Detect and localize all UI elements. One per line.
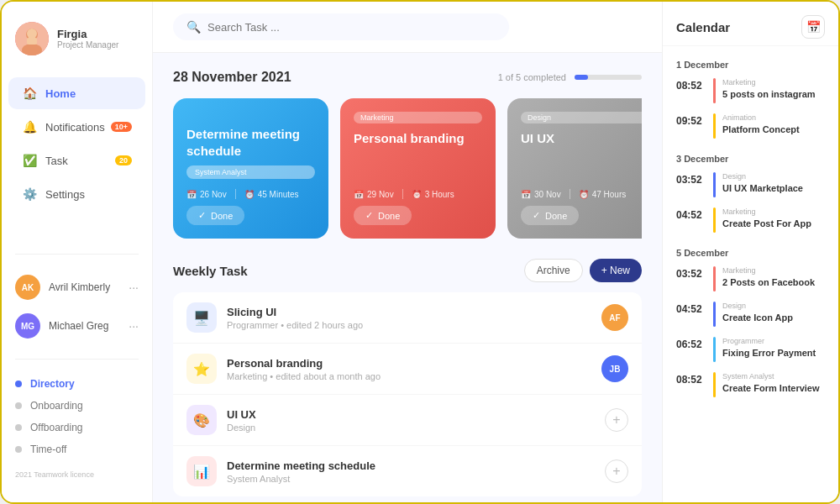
clock-icon: ⏰	[412, 190, 422, 199]
card-tag: Marketing	[354, 112, 482, 123]
event-details: Design UI UX Marketplace	[722, 172, 825, 194]
calendar-day-group: 3 December 03:52 Design UI UX Marketplac…	[663, 147, 838, 238]
task-title: Slicing UI	[227, 306, 601, 318]
avatar	[15, 22, 49, 55]
event-details: System Analyst Create Form Interview	[722, 372, 825, 394]
nav-dot	[15, 381, 22, 387]
event-details: Design Create Icon App	[722, 302, 825, 323]
main-content: 🔍 28 November 2021 1 of 5 completed	[153, 2, 662, 502]
list-item[interactable]: MG Michael Greg ···	[2, 307, 152, 345]
list-item[interactable]: 03:52 Marketing 2 Posts on Facebook	[663, 261, 838, 297]
calendar-day-label: 3 December	[663, 147, 838, 167]
sidebar-item-label: Settings	[45, 188, 85, 201]
event-bar	[713, 78, 716, 103]
check-icon: ✓	[198, 210, 206, 221]
search-icon: 🔍	[186, 20, 201, 34]
dashboard-area: 28 November 2021 1 of 5 completed Determ…	[153, 53, 662, 502]
task-card-gray[interactable]: Design UI UX 📅 30 Nov ⏰ 47 Hours	[507, 98, 642, 239]
list-item[interactable]: 09:52 Animation Platform Concept	[663, 108, 838, 144]
event-bar	[713, 372, 716, 397]
list-item[interactable]: 04:52 Marketing Create Post For App	[663, 202, 838, 238]
task-info: Determine meeting schedule System Analys…	[227, 459, 605, 484]
event-category: Marketing	[722, 207, 825, 216]
check-icon: ✓	[365, 210, 373, 221]
search-input[interactable]	[207, 21, 496, 34]
event-name: Create Post For App	[722, 218, 825, 229]
event-time: 04:52	[676, 303, 706, 315]
task-icon: ✅	[22, 153, 37, 168]
sidebar-item-task[interactable]: ✅ Task 20	[8, 144, 145, 176]
add-assignee-button[interactable]: +	[605, 459, 628, 483]
svg-rect-4	[27, 38, 37, 45]
footer-nav-item-timeoff[interactable]: Time-off	[15, 438, 139, 460]
more-icon[interactable]: ···	[129, 281, 139, 294]
event-bar	[713, 207, 716, 233]
weekly-section: Weekly Task Archive + New 🖥️ Slicing UI …	[173, 259, 642, 496]
progress-info: 1 of 5 completed	[498, 72, 642, 82]
assignee-avatar: JB	[601, 355, 628, 382]
search-bar: 🔍	[173, 13, 509, 40]
table-row[interactable]: 📊 Determine meeting schedule System Anal…	[173, 446, 642, 496]
footer-nav-item-offboarding[interactable]: Offboarding	[15, 417, 139, 438]
card-duration: 3 Hours	[425, 190, 454, 199]
footer-nav-item-directory[interactable]: Directory	[15, 373, 139, 395]
calendar-icon: 📅	[806, 20, 821, 34]
list-item[interactable]: 06:52 Programmer Fixing Error Payment	[663, 332, 838, 367]
profile-role: Project Manager	[57, 40, 118, 50]
done-button[interactable]: ✓ Done	[521, 206, 579, 225]
footer-nav: Directory Onboarding Offboarding Time-of…	[2, 373, 152, 460]
footer-nav-item-onboarding[interactable]: Onboarding	[15, 395, 139, 417]
list-item[interactable]: 03:52 Design UI UX Marketplace	[663, 167, 838, 202]
progress-text: 1 of 5 completed	[498, 72, 566, 82]
done-button[interactable]: ✓ Done	[186, 206, 244, 225]
sidebar-item-home[interactable]: 🏠 Home	[8, 77, 145, 109]
task-subtitle: Marketing • edited about a month ago	[227, 371, 601, 381]
task-card-blue[interactable]: Determine meeting schedule System Analys…	[173, 98, 328, 239]
main-header: 🔍	[153, 2, 662, 53]
add-assignee-button[interactable]: +	[605, 408, 628, 432]
event-time: 09:52	[676, 115, 706, 127]
app-container: Firgia Project Manager 🏠 Home 🔔 Notifica…	[0, 0, 840, 504]
task-title: Determine meeting schedule	[227, 459, 605, 472]
task-icon: 🖥️	[186, 302, 217, 333]
sidebar-item-settings[interactable]: ⚙️ Settings	[8, 178, 145, 210]
event-details: Marketing Create Post For App	[722, 207, 825, 229]
event-name: UI UX Marketplace	[722, 182, 825, 194]
list-item[interactable]: 04:52 Design Create Icon App	[663, 297, 838, 332]
done-button[interactable]: ✓ Done	[354, 206, 412, 225]
table-row[interactable]: ⭐ Personal branding Marketing • edited a…	[173, 344, 642, 395]
sidebar-profile: Firgia Project Manager	[2, 15, 152, 69]
sidebar-item-notifications[interactable]: 🔔 Notifications 10+	[8, 111, 145, 143]
list-item[interactable]: 08:52 Marketing 5 posts on instagram	[663, 73, 838, 108]
event-name: 5 posts on instagram	[722, 88, 825, 100]
date-title: 28 November 2021	[173, 70, 291, 85]
card-date: 29 Nov	[367, 190, 394, 199]
notifications-badge: 10+	[111, 122, 132, 132]
event-name: Fixing Error Payment	[722, 347, 825, 359]
list-item[interactable]: 08:52 System Analyst Create Form Intervi…	[663, 367, 838, 402]
event-name: 2 Posts on Facebook	[722, 276, 825, 288]
user-name: Avril Kimberly	[49, 281, 129, 293]
card-duration: 45 Minutes	[258, 190, 299, 199]
calendar-day-label: 1 December	[663, 53, 838, 73]
more-icon[interactable]: ···	[129, 319, 139, 333]
event-details: Animation Platform Concept	[722, 113, 825, 135]
task-card-red[interactable]: Marketing Personal branding 📅 29 Nov ⏰ 3…	[340, 98, 496, 239]
task-info: Slicing UI Programmer • edited 2 hours a…	[227, 306, 601, 330]
archive-button[interactable]: Archive	[524, 259, 583, 282]
card-badge: System Analyst	[186, 165, 315, 179]
footer-text: 2021 Teamwork licence	[2, 460, 152, 482]
table-row[interactable]: 🖥️ Slicing UI Programmer • edited 2 hour…	[173, 292, 642, 344]
new-task-button[interactable]: + New	[590, 259, 642, 282]
card-title: UI UX	[521, 130, 642, 147]
sidebar-footer: Directory Onboarding Offboarding Time-of…	[2, 366, 152, 489]
calendar-icon: 📅	[354, 190, 364, 199]
list-item[interactable]: AK Avril Kimberly ···	[2, 268, 152, 307]
table-row[interactable]: 🎨 UI UX Design +	[173, 395, 642, 446]
task-title: Personal branding	[227, 357, 601, 370]
calendar-icon-button[interactable]: 📅	[801, 15, 825, 39]
event-category: Animation	[722, 113, 825, 122]
svg-point-3	[27, 29, 37, 39]
card-title: Personal branding	[354, 130, 482, 147]
clock-icon: ⏰	[579, 190, 589, 199]
